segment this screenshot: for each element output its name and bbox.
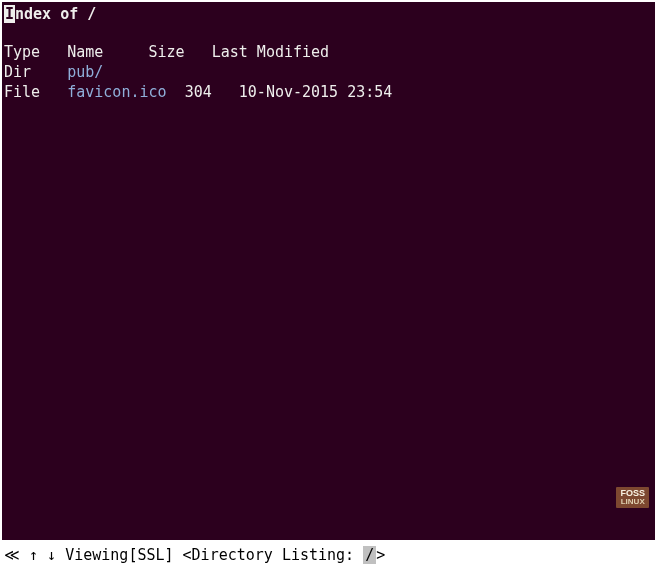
watermark-line2: LINUX [620,498,645,506]
table-row: Dir pub/ [2,62,655,82]
column-headers: Type Name Size Last Modified [2,42,655,62]
watermark-badge: FOSS LINUX [616,487,649,508]
table-row: File favicon.ico 304 10-Nov-2015 23:54 [2,82,655,102]
status-ssl: [SSL] [128,546,173,564]
entry-link[interactable]: favicon.ico [67,83,166,101]
col-name: Name [67,43,103,61]
status-listing-prefix: <Directory Listing: [174,546,364,564]
col-size: Size [149,43,185,61]
terminal-window: Index of / Type Name Size Last Modified … [2,2,655,540]
col-modified: Last Modified [212,43,329,61]
entry-type: Dir [4,63,31,81]
nav-arrows-icon[interactable]: ≪ ↑ ↓ [4,546,65,564]
status-viewing: Viewing [65,546,128,564]
title-text: ndex of / [15,5,96,23]
entry-size: 304 [185,83,212,101]
entry-type: File [4,83,40,101]
status-path: / [363,546,376,564]
status-bar: ≪ ↑ ↓ Viewing[SSL] <Directory Listing: /… [2,542,655,568]
status-listing-suffix: > [376,546,385,564]
entry-modified: 10-Nov-2015 23:54 [239,83,393,101]
col-type: Type [4,43,40,61]
entry-link[interactable]: pub/ [67,63,103,81]
cursor-char: I [4,5,15,23]
page-title: Index of / [2,4,655,24]
